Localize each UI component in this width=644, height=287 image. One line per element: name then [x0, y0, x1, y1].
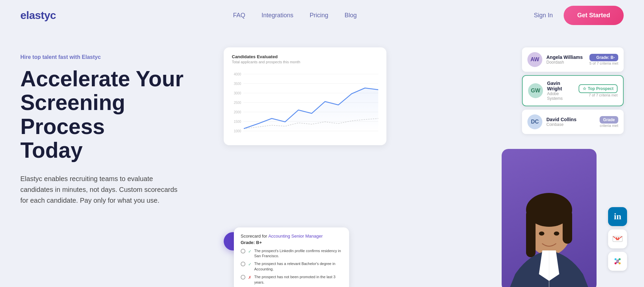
svg-point-28 [615, 258, 617, 260]
integrations-panel: in M # [608, 207, 627, 271]
svg-text:4000: 4000 [234, 72, 241, 76]
candidate-card-angela: AW Angela Williams Doordash Grade: B- 5 … [522, 47, 624, 72]
brand-logo[interactable]: elastyc [20, 9, 56, 22]
svg-marker-14 [244, 88, 378, 131]
svg-rect-18 [526, 210, 536, 257]
chart-card: Candidates Evaluated Total applicants an… [224, 47, 386, 145]
svg-text:2000: 2000 [234, 110, 241, 114]
nav-faq[interactable]: FAQ [233, 12, 245, 19]
svg-text:1500: 1500 [234, 120, 241, 124]
criteria-list: ✓ The prospect's LinkedIn profile confir… [241, 248, 342, 285]
criteria-gavin: 7 of 7 criteria met [579, 93, 618, 97]
criteria-circle-1 [241, 249, 245, 253]
scorecard-detail-card: Scorecard for Accounting Senior Manager … [234, 227, 349, 287]
svg-point-22 [554, 231, 559, 236]
svg-point-30 [615, 262, 617, 264]
avatar-gavin: GW [528, 83, 543, 98]
criteria-david: criteria met [600, 124, 618, 128]
nav-blog[interactable]: Blog [345, 12, 357, 19]
candidate-name-gavin: Gavin Wright [547, 81, 575, 91]
svg-text:3500: 3500 [234, 82, 241, 86]
svg-text:2500: 2500 [234, 101, 241, 105]
criteria-item-1: ✓ The prospect's LinkedIn profile confir… [241, 248, 342, 259]
x-icon-1: ✗ [248, 275, 251, 281]
top-prospect-badge: ☆ Top Prospect [579, 84, 618, 93]
candidate-company-gavin: Adobe Systems [547, 91, 575, 101]
criteria-item-3: ✗ The prospect has not been promoted in … [241, 274, 342, 285]
svg-text:M: M [616, 237, 619, 241]
hero-text: Hire top talent fast with Elastyc Accele… [20, 41, 210, 206]
criteria-circle-3 [241, 275, 245, 280]
get-started-button[interactable]: Get Started [564, 6, 624, 25]
nav-integrations[interactable]: Integrations [261, 12, 293, 19]
criteria-text-2: The prospect has a relevant Bachelor's d… [254, 261, 342, 272]
svg-rect-19 [563, 210, 572, 244]
nav-pricing[interactable]: Pricing [309, 12, 328, 19]
candidate-info-gavin: Gavin Wright Adobe Systems [547, 81, 575, 101]
nav-actions: Sign In Get Started [534, 6, 624, 25]
slack-svg: # [612, 256, 623, 267]
avatar-david: DC [527, 114, 542, 129]
gmail-svg: M [612, 235, 623, 243]
svg-point-31 [619, 262, 621, 264]
candidates-panel: AW Angela Williams Doordash Grade: B- 5 … [522, 47, 624, 134]
check-icon-2: ✓ [248, 262, 251, 267]
hero-tagline: Hire top talent fast with Elastyc [20, 54, 210, 60]
grade-badge-angela: Grade: B- [589, 54, 618, 61]
navbar: elastyc FAQ Integrations Pricing Blog Si… [0, 0, 644, 30]
criteria-text-1: The prospect's LinkedIn profile confirms… [254, 248, 342, 259]
nav-links: FAQ Integrations Pricing Blog [233, 12, 357, 19]
star-icon: ☆ [583, 86, 586, 91]
chart-subtitle: Total applicants and prospects this mont… [232, 60, 378, 64]
criteria-circle-2 [241, 262, 245, 266]
grade-badge-david: Grade [600, 116, 618, 124]
person-svg [502, 149, 597, 287]
hero-section: Hire top talent fast with Elastyc Accele… [0, 30, 644, 287]
scorecard-grade: Grade: B+ [241, 240, 342, 245]
svg-text:1000: 1000 [234, 129, 241, 133]
check-icon-1: ✓ [248, 249, 251, 255]
candidate-name-angela: Angela Williams [546, 54, 585, 60]
candidate-company-angela: Doordash [546, 60, 585, 65]
person-silhouette [502, 149, 597, 287]
slack-integration-icon: # [608, 252, 627, 271]
person-photo [502, 149, 597, 287]
candidate-card-david: DC David Collins Coinbase Grade criteria… [522, 110, 624, 134]
hero-visual: Candidates Evaluated Total applicants an… [224, 41, 624, 287]
candidates-chart: 4000 3500 3000 2500 2000 1500 1000 [232, 69, 378, 137]
svg-point-29 [619, 258, 621, 260]
hero-title: Accelerate Your Screening Process Today [20, 67, 210, 162]
svg-text:3000: 3000 [234, 91, 241, 95]
sign-in-link[interactable]: Sign In [534, 12, 553, 19]
hero-description: Elastyc enables recruiting teams to eval… [20, 173, 183, 206]
svg-point-21 [539, 231, 544, 236]
linkedin-integration-icon: in [608, 207, 627, 226]
candidate-company-david: Coinbase [546, 122, 596, 127]
criteria-angela: 5 of 7 criteria met [589, 61, 618, 65]
gmail-integration-icon: M [608, 229, 627, 248]
criteria-item-2: ✓ The prospect has a relevant Bachelor's… [241, 261, 342, 272]
candidate-name-david: David Collins [546, 117, 596, 122]
avatar-angela: AW [527, 52, 542, 67]
candidate-info-angela: Angela Williams Doordash [546, 54, 585, 65]
scorecard-for-label: Scorecard for Accounting Senior Manager [241, 234, 342, 239]
scorecard-role-link[interactable]: Accounting Senior Manager [268, 234, 323, 239]
candidate-card-gavin: GW Gavin Wright Adobe Systems ☆ Top Pros… [522, 75, 624, 106]
chart-title: Candidates Evaluated [232, 54, 378, 59]
candidate-info-david: David Collins Coinbase [546, 117, 596, 127]
criteria-text-3: The prospect has not been promoted in th… [254, 274, 342, 285]
